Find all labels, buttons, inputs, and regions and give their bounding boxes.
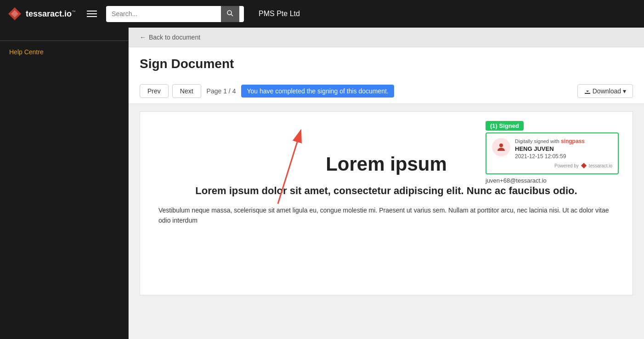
doc-body: Vestibulum neque massa, scelerisque sit … bbox=[158, 205, 614, 226]
prev-button[interactable]: Prev bbox=[140, 84, 169, 98]
user-icon bbox=[496, 142, 507, 153]
search-bar bbox=[106, 6, 244, 22]
svg-marker-7 bbox=[581, 163, 587, 168]
svg-point-2 bbox=[227, 11, 232, 15]
back-to-document-link[interactable]: Back to document bbox=[140, 34, 200, 41]
logo-area: tessaract.io™ bbox=[7, 6, 76, 21]
doc-subtitle: Lorem ipsum dolor sit amet, consectetur … bbox=[158, 184, 614, 198]
search-input[interactable] bbox=[106, 6, 221, 21]
signed-date: 2021-12-15 12:05:59 bbox=[515, 153, 612, 160]
signed-block: (1) Signed Digitally signed with singpa bbox=[486, 121, 619, 184]
search-button[interactable] bbox=[221, 6, 239, 22]
svg-point-6 bbox=[499, 144, 503, 147]
logo-text: tessaract.io™ bbox=[26, 9, 76, 19]
next-button[interactable]: Next bbox=[172, 84, 201, 98]
sidebar: Help Centre bbox=[0, 28, 129, 339]
doc-toolbar: Prev Next Page 1 / 4 You have completed … bbox=[129, 79, 644, 104]
download-button[interactable]: Download ▾ bbox=[577, 84, 633, 98]
back-bar: Back to document bbox=[129, 28, 644, 47]
app-layout: tessaract.io™ PMS Pte Ltd Help Centre bbox=[0, 0, 644, 339]
signed-by-label: Digitally signed with singpass bbox=[515, 138, 612, 144]
signed-card: Digitally signed with singpass HENG JUVE… bbox=[486, 132, 619, 174]
svg-line-3 bbox=[231, 14, 233, 16]
signed-info: Digitally signed with singpass HENG JUVE… bbox=[515, 138, 612, 169]
sidebar-divider bbox=[0, 40, 128, 41]
logo-icon bbox=[7, 6, 22, 21]
powered-by: Powered by tessaract.io bbox=[515, 162, 612, 169]
tessaract-logo-small bbox=[581, 162, 587, 169]
signed-avatar bbox=[492, 138, 510, 156]
page-header: Sign Document bbox=[129, 47, 644, 79]
company-name: PMS Pte Ltd bbox=[259, 10, 300, 18]
sidebar-item-help-centre[interactable]: Help Centre bbox=[0, 45, 128, 59]
content-area: Back to document Sign Document Prev Next… bbox=[129, 28, 644, 339]
completion-message: You have completed the signing of this d… bbox=[241, 85, 394, 98]
hamburger-menu[interactable] bbox=[85, 7, 99, 21]
signer-email: juven+68@tessaract.io bbox=[486, 177, 619, 184]
page-info: Page 1 / 4 bbox=[207, 87, 236, 95]
search-icon bbox=[226, 10, 234, 17]
main-layout: Help Centre Back to document Sign Docume… bbox=[0, 28, 644, 339]
top-bar: tessaract.io™ PMS Pte Ltd bbox=[0, 0, 644, 28]
document-viewer: (1) Signed Digitally signed with singpa bbox=[140, 111, 633, 295]
page-title: Sign Document bbox=[140, 57, 633, 71]
signed-badge: (1) Signed bbox=[486, 121, 524, 131]
signer-name: HENG JUVEN bbox=[515, 145, 612, 152]
download-icon bbox=[584, 88, 591, 94]
singpass-label: singpass bbox=[561, 138, 585, 144]
